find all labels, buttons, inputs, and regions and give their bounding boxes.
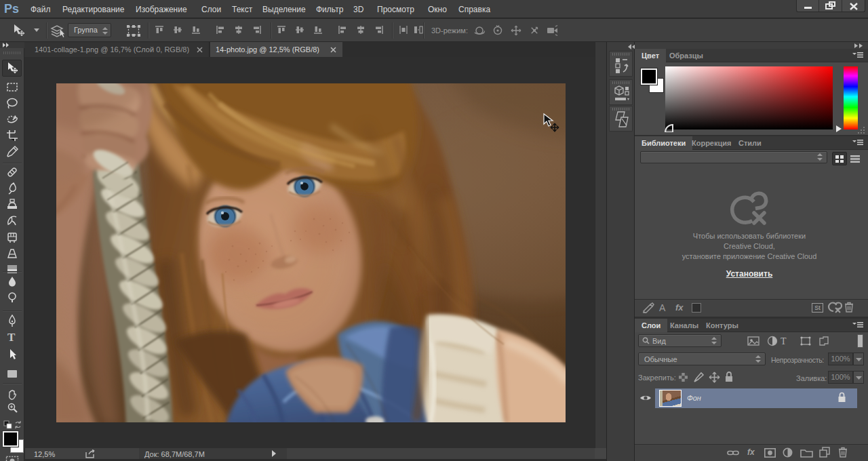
svg-text:T: T xyxy=(781,336,787,346)
